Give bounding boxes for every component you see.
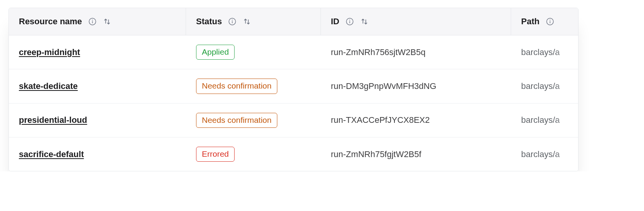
status-badge: Needs confirmation [196,79,277,94]
run-id: run-ZmNRh756sjtW2B5q [331,47,426,57]
status-badge: Needs confirmation [196,113,277,128]
col-header-id[interactable]: ID [321,8,511,35]
sort-icon[interactable] [360,17,369,26]
run-id: run-DM3gPnpWvMFH3dNG [331,81,436,91]
info-icon[interactable] [228,17,236,26]
table-body: creep-midnightAppliedrun-ZmNRh756sjtW2B5… [9,35,578,171]
cell-path: barclays/a [511,69,578,103]
col-header-label: Status [196,17,222,27]
svg-point-11 [550,20,550,20]
cell-status: Needs confirmation [186,69,321,103]
cell-id: run-ZmNRh75fgjtW2B5f [321,137,511,171]
resource-path: barclays/a [521,149,560,159]
cell-resource-name: creep-midnight [9,35,186,69]
cell-path: barclays/a [511,35,578,69]
sort-icon[interactable] [103,17,111,26]
resource-name-link[interactable]: presidential-loud [19,115,87,125]
cell-status: Errored [186,137,321,171]
table-row: sacrifice-defaultErroredrun-ZmNRh75fgjtW… [9,137,578,171]
table-row: creep-midnightAppliedrun-ZmNRh756sjtW2B5… [9,35,578,69]
table-header: Resource name Status [9,8,578,35]
cell-status: Needs confirmation [186,104,321,137]
resource-path: barclays/a [521,115,560,125]
cell-resource-name: skate-dedicate [9,69,186,103]
sort-icon[interactable] [243,17,251,26]
col-header-resource-name[interactable]: Resource name [9,8,186,35]
cell-id: run-DM3gPnpWvMFH3dNG [321,69,511,103]
cell-resource-name: sacrifice-default [9,137,186,171]
col-header-status[interactable]: Status [186,8,321,35]
resource-path: barclays/a [521,47,560,57]
cell-resource-name: presidential-loud [9,104,186,137]
info-icon[interactable] [546,17,554,26]
cell-id: run-TXACCePfJYCX8EX2 [321,104,511,137]
svg-point-8 [349,20,350,20]
resource-path: barclays/a [521,81,560,91]
info-icon[interactable] [88,17,97,26]
resource-name-link[interactable]: sacrifice-default [19,149,84,159]
status-badge: Errored [196,147,235,162]
table-row: skate-dedicateNeeds confirmationrun-DM3g… [9,69,578,103]
svg-point-2 [92,20,93,20]
col-header-label: Resource name [19,17,82,27]
cell-path: barclays/a [511,104,578,137]
run-id: run-TXACCePfJYCX8EX2 [331,115,430,125]
run-id: run-ZmNRh75fgjtW2B5f [331,149,421,159]
col-header-path[interactable]: Path [511,8,578,35]
resource-name-link[interactable]: creep-midnight [19,47,80,57]
cell-path: barclays/a [511,137,578,171]
resource-table: Resource name Status [8,8,579,171]
col-header-label: Path [521,17,540,27]
cell-status: Applied [186,35,321,69]
col-header-label: ID [331,17,339,27]
info-icon[interactable] [345,17,354,26]
resource-name-link[interactable]: skate-dedicate [19,81,78,91]
cell-id: run-ZmNRh756sjtW2B5q [321,35,511,69]
table-row: presidential-loudNeeds confirmationrun-T… [9,104,578,137]
status-badge: Applied [196,45,235,60]
svg-point-5 [232,20,233,20]
